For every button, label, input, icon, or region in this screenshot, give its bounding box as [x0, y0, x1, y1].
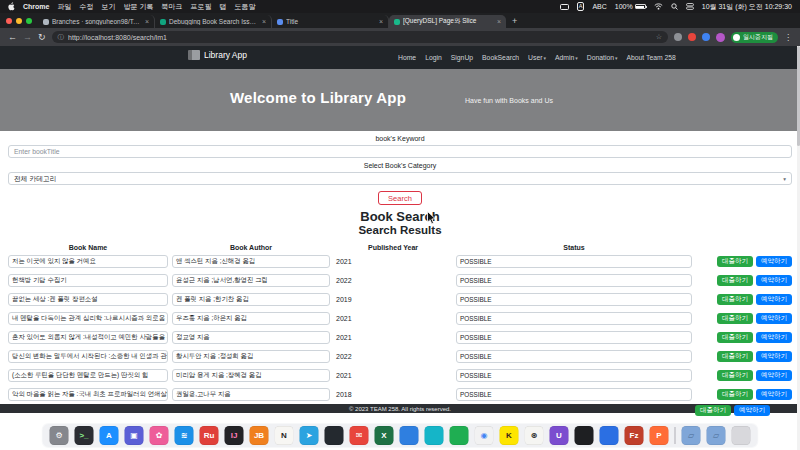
chrome[interactable]: ◉ [475, 426, 494, 445]
book-title-input[interactable]: Enter bookTitle [8, 145, 792, 158]
menubar-item[interactable]: 보기 [101, 2, 115, 12]
borrow-button[interactable]: 대출하기 [695, 405, 731, 416]
tab-close-icon[interactable]: × [262, 18, 266, 25]
status-cell[interactable]: POSSIBLE [456, 255, 692, 268]
jetbrains-toolbox[interactable]: JB [250, 426, 269, 445]
folder-documents[interactable]: ▱ [682, 426, 701, 445]
book-author-cell[interactable]: 황시투안 지음 ;정성희 옮김 [172, 350, 330, 363]
chrome-menu-icon[interactable]: ⋮ [784, 33, 792, 42]
extension-icon[interactable] [674, 33, 682, 41]
status-cell[interactable]: POSSIBLE [456, 274, 692, 287]
reload-icon[interactable]: ↻ [38, 33, 46, 42]
book-name-cell[interactable]: (소소한 루틴을 단단한 멘탈로 만드는) 딴짓의 힘 [8, 369, 168, 382]
iterm[interactable]: ▣ [125, 426, 144, 445]
reserve-button[interactable]: 예약하기 [756, 313, 792, 324]
chatgpt[interactable]: ⊛ [525, 426, 544, 445]
status-cell[interactable]: POSSIBLE [456, 350, 692, 363]
active-app-name[interactable]: Chrome [23, 3, 49, 10]
browser-tab[interactable]: [QueryDSL] Page와 Slice × [389, 15, 506, 28]
category-select[interactable]: 전체 카테고리 ▾ [8, 172, 792, 185]
photos[interactable]: ✿ [150, 426, 169, 445]
menubar-item[interactable]: 북마크 [161, 2, 182, 12]
telegram[interactable]: ➤ [300, 426, 319, 445]
reserve-button[interactable]: 예약하기 [756, 351, 792, 362]
book-name-cell[interactable]: 저는 이곳에 있지 않을 거예요 [8, 255, 168, 268]
folder-downloads[interactable]: ▱ [707, 426, 726, 445]
menubar-item[interactable]: 도움말 [234, 2, 255, 12]
search-button[interactable]: Search [378, 191, 422, 205]
tab-close-icon[interactable]: × [379, 18, 383, 25]
borrow-button[interactable]: 대출하기 [717, 256, 753, 267]
borrow-button[interactable]: 대출하기 [717, 351, 753, 362]
book-name-cell[interactable]: 헌책방 기담 수집기 [8, 274, 168, 287]
paused-badge[interactable]: 일시중지됨 [731, 32, 778, 43]
browser-tab[interactable]: Debugging Book Search Issue... × [155, 15, 272, 28]
filezilla[interactable]: Fz [625, 426, 644, 445]
borrow-button[interactable]: 대출하기 [717, 294, 753, 305]
menubar-item[interactable]: 파일 [57, 2, 71, 12]
close-window-button[interactable] [6, 18, 12, 24]
site-info-icon[interactable]: ⓘ [58, 33, 65, 42]
book-author-cell[interactable]: 윤성근 지음 ;남서연,황영진 그림 [172, 274, 330, 287]
bookmark-star-icon[interactable]: ☆ [656, 33, 662, 41]
apple-menu-icon[interactable] [8, 2, 15, 12]
menubar-item[interactable]: 탭 [219, 2, 226, 12]
extension-icon[interactable] [688, 33, 696, 41]
kakaotalk[interactable]: K [500, 426, 519, 445]
book-author-cell[interactable]: 우즈훙 지음 ;하은지 옮김 [172, 312, 330, 325]
tab-close-icon[interactable]: × [497, 18, 501, 25]
trash[interactable] [732, 426, 751, 445]
github-desktop[interactable] [325, 426, 344, 445]
android-studio[interactable] [575, 426, 594, 445]
menubar-clock[interactable]: 10월 31일 (화) 오전 10:29:30 [702, 2, 792, 12]
borrow-button[interactable]: 대출하기 [717, 389, 753, 400]
postman[interactable]: P [650, 426, 669, 445]
browser-tab[interactable]: Title × [272, 15, 389, 28]
screen-mirroring-icon[interactable] [560, 4, 569, 10]
status-cell[interactable]: POSSIBLE [456, 331, 692, 344]
forward-icon[interactable]: → [23, 33, 32, 42]
borrow-button[interactable]: 대출하기 [717, 313, 753, 324]
notion[interactable]: N [275, 426, 294, 445]
book-author-cell[interactable]: 권일용,고나무 지음 [172, 388, 330, 401]
spotlight-search-icon[interactable] [671, 3, 678, 10]
reserve-button[interactable]: 예약하기 [756, 370, 792, 381]
spotify[interactable] [450, 426, 469, 445]
rubymine[interactable]: Ru [200, 426, 219, 445]
input-source-label[interactable]: ABC [592, 3, 606, 10]
intellij-idea[interactable]: IJ [225, 426, 244, 445]
menubar-item[interactable]: 프로필 [190, 2, 211, 12]
extension-icon[interactable] [702, 33, 710, 41]
status-cell[interactable]: POSSIBLE [456, 369, 692, 382]
reserve-button[interactable]: 예약하기 [756, 389, 792, 400]
zoom-window-button[interactable] [26, 18, 32, 24]
status-cell[interactable]: POSSIBLE [456, 388, 692, 401]
book-name-cell[interactable]: 악의 마음을 읽는 자들 :국내 최초 프로파일러의 연쇄살인 추적기 [8, 388, 168, 401]
reserve-button[interactable]: 예약하기 [756, 275, 792, 286]
control-center-icon[interactable] [686, 3, 694, 10]
book-author-cell[interactable]: 앤 섹스턴 지음 ;신해경 옮김 [172, 255, 330, 268]
gmail[interactable]: ✉ [350, 426, 369, 445]
nav-link[interactable]: Donation ▾ [587, 54, 618, 61]
reserve-button[interactable]: 예약하기 [756, 256, 792, 267]
datagrip[interactable] [600, 426, 619, 445]
nav-link[interactable]: About Team 258 [627, 54, 676, 61]
book-author-cell[interactable]: 미리암 융게 지음 ;장혜경 옮김 [172, 369, 330, 382]
new-tab-button[interactable]: + [512, 16, 517, 26]
url-text[interactable]: http://localhost:8080/search/lm1 [68, 34, 652, 41]
minimize-window-button[interactable] [16, 18, 22, 24]
reserve-button[interactable]: 예약하기 [756, 294, 792, 305]
input-source-badge[interactable]: A [577, 2, 585, 11]
mattermost[interactable] [425, 426, 444, 445]
wifi-icon[interactable] [654, 3, 663, 10]
excel[interactable]: X [375, 426, 394, 445]
vscode[interactable] [400, 426, 419, 445]
address-bar[interactable]: ⓘ http://localhost:8080/search/lm1 ☆ [52, 31, 668, 43]
nav-link[interactable]: Login [425, 54, 442, 61]
nav-link[interactable]: BookSearch [482, 54, 519, 61]
system-settings[interactable]: ⚙ [50, 426, 69, 445]
menubar-item[interactable]: 수정 [79, 2, 93, 12]
borrow-button[interactable]: 대출하기 [717, 275, 753, 286]
profile-avatar[interactable] [716, 33, 725, 42]
menubar-item[interactable]: 방문 기록 [123, 2, 153, 12]
